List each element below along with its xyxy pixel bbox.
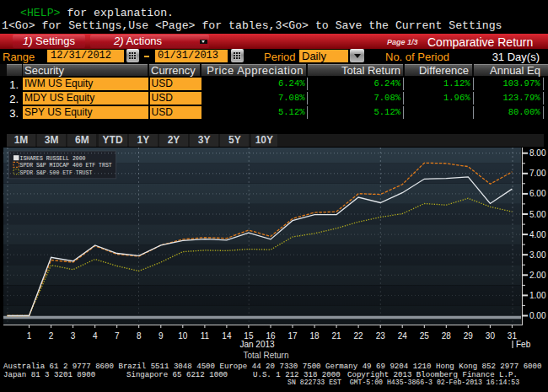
svg-text:Jan 2013: Jan 2013 (239, 340, 275, 349)
svg-text:4.00: 4.00 (529, 230, 546, 239)
svg-text:Total Return: Total Return (244, 351, 289, 360)
svg-text:7.00: 7.00 (529, 169, 546, 178)
svg-text:8.00: 8.00 (529, 148, 546, 158)
svg-text:7: 7 (115, 331, 120, 341)
svg-text:29: 29 (464, 331, 474, 341)
svg-text:25: 25 (420, 331, 430, 341)
svg-text:Feb: Feb (516, 340, 531, 349)
svg-text:0.00: 0.00 (529, 311, 546, 320)
svg-text:9: 9 (158, 331, 164, 341)
svg-text:2.00: 2.00 (529, 271, 546, 280)
svg-text:24: 24 (398, 331, 408, 341)
svg-text:28: 28 (442, 331, 452, 341)
svg-text:8: 8 (137, 331, 142, 341)
svg-text:21: 21 (332, 331, 342, 341)
svg-text:23: 23 (376, 331, 386, 341)
svg-text:11: 11 (201, 331, 210, 341)
svg-text:1: 1 (27, 331, 32, 341)
svg-text:18: 18 (310, 331, 320, 341)
svg-text:14: 14 (222, 331, 232, 341)
svg-text:6.00: 6.00 (529, 189, 546, 198)
svg-text:5.00: 5.00 (529, 210, 546, 219)
svg-text:1.00: 1.00 (529, 291, 546, 300)
svg-text:4: 4 (93, 331, 98, 341)
svg-text:10: 10 (178, 331, 188, 341)
svg-text:2: 2 (49, 331, 54, 341)
svg-text:22: 22 (354, 331, 364, 341)
svg-text:3.00: 3.00 (529, 250, 546, 260)
svg-text:3: 3 (71, 331, 76, 341)
svg-text:17: 17 (287, 331, 298, 341)
svg-text:30: 30 (486, 331, 496, 341)
